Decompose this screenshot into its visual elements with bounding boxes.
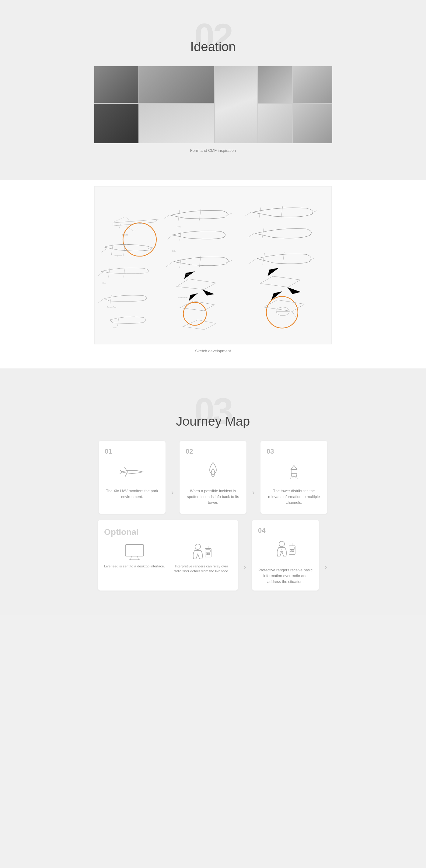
svg-point-26	[291, 551, 292, 552]
svg-text:Cruise: Cruise	[122, 234, 128, 236]
svg-rect-14	[291, 469, 297, 474]
svg-rect-15	[125, 545, 144, 556]
inspiration-img-6	[94, 104, 139, 143]
inspiration-img-5	[293, 66, 332, 103]
journey-card-01: 01 The Xio UAV monitors the park environ…	[99, 441, 165, 514]
card-04-number: 04	[258, 527, 313, 534]
arrow-4: ›	[321, 544, 331, 591]
optional-icons-row: Live feed is sent to a desktop interface…	[104, 543, 232, 574]
sketch-area: Cruise Regulate Side Terrain Run Trail	[94, 186, 332, 344]
journey-card-02: 02 When a possible incident is spotted i…	[180, 441, 246, 514]
sketch-svg: Cruise Regulate Side Terrain Run Trail	[95, 186, 331, 344]
card-02-text: When a possible incident is spotted it s…	[186, 488, 240, 505]
optional-monitor-text: Live feed is sent to a desktop interface…	[104, 564, 165, 569]
ideation-title: Ideation	[0, 39, 426, 54]
svg-point-22	[279, 541, 284, 547]
inspiration-img-9	[293, 104, 332, 143]
arrow-3: ›	[240, 544, 249, 591]
sketch-caption: Sketch development	[0, 344, 426, 362]
inspiration-img-1	[94, 66, 139, 103]
inspiration-img-7	[140, 104, 214, 143]
optional-ranger-text: Interpretive rangers can relay over radi…	[171, 564, 232, 574]
journey-card-03: 03 The tower d	[261, 441, 327, 514]
inspiration-img-8	[258, 104, 292, 143]
svg-text:Bottom: Bottom	[186, 274, 191, 275]
journey-card-optional: Optional Live feed is sent to a desktop …	[98, 520, 238, 591]
inspiration-img-4	[258, 66, 292, 103]
journey-card-04: 04	[252, 520, 319, 591]
card-03-text: The tower distributes the relevant infor…	[267, 488, 321, 505]
arrow-1: ›	[168, 471, 177, 514]
sketch-section: Cruise Regulate Side Terrain Run Trail	[0, 180, 426, 368]
svg-text:Drag: Drag	[177, 226, 180, 227]
card-03-icon	[267, 461, 321, 482]
svg-text:Trail: Trail	[113, 327, 116, 329]
ideation-section: 02 Ideation Form and CMF inspiration	[0, 0, 426, 180]
journey-title: Journey Map	[0, 414, 426, 429]
arrow-2: ›	[249, 471, 258, 514]
svg-rect-19	[206, 550, 210, 552]
svg-text:Side: Side	[172, 250, 176, 252]
card-01-icon	[105, 461, 159, 482]
svg-text:Terrain Run: Terrain Run	[107, 306, 116, 308]
svg-text:Traverse Run: Traverse Run	[177, 297, 187, 299]
journey-cards-row-2: Optional Live feed is sent to a desktop …	[76, 520, 350, 591]
svg-point-20	[207, 553, 208, 555]
inspiration-grid	[94, 66, 332, 143]
svg-text:Side: Side	[102, 282, 106, 284]
svg-rect-25	[290, 547, 294, 550]
svg-text:Regulate: Regulate	[114, 255, 122, 256]
inspiration-caption: Form and CMF inspiration	[0, 148, 426, 153]
svg-point-16	[195, 544, 201, 550]
inspiration-img-3	[215, 66, 257, 143]
optional-label: Optional	[104, 527, 232, 537]
journey-section: 03 Journey Map 01 The Xio UA	[0, 368, 426, 615]
svg-point-21	[208, 553, 210, 555]
card-01-number: 01	[105, 448, 159, 455]
journey-cards-row-1: 01 The Xio UAV monitors the park environ…	[76, 441, 350, 514]
card-02-icon	[186, 461, 240, 482]
optional-item-monitor: Live feed is sent to a desktop interface…	[104, 543, 165, 569]
card-04-icon	[258, 540, 313, 561]
card-02-number: 02	[186, 448, 240, 455]
optional-item-ranger-interpretive: Interpretive rangers can relay over radi…	[171, 543, 232, 574]
inspiration-img-2	[140, 66, 214, 103]
card-04-text: Protective rangers receive basic informa…	[258, 567, 313, 584]
card-03-number: 03	[267, 448, 321, 455]
svg-point-27	[293, 551, 294, 552]
card-01-text: The Xio UAV monitors the park environmen…	[105, 488, 159, 500]
